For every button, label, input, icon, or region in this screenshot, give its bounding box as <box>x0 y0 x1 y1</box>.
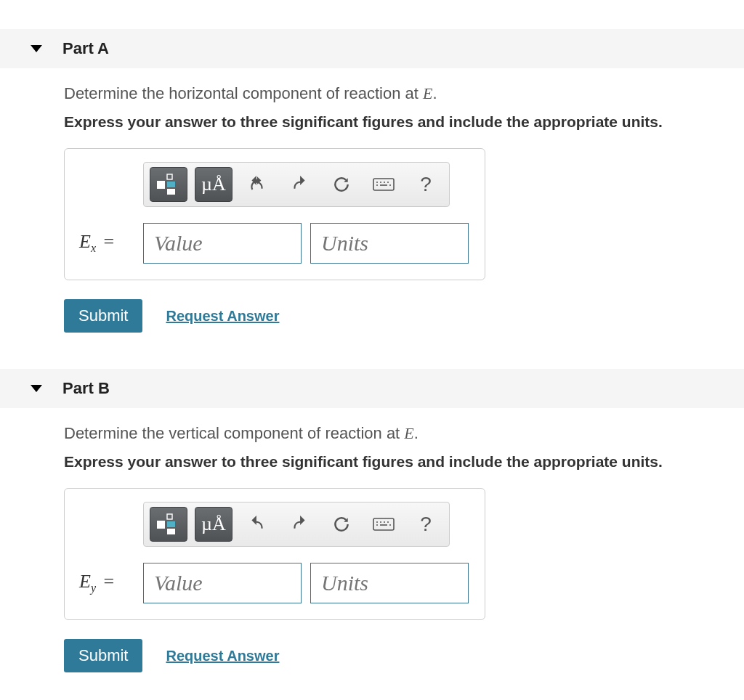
undo-icon[interactable] <box>240 167 275 202</box>
submit-button[interactable]: Submit <box>64 299 142 333</box>
units-icon[interactable]: µÅ <box>195 507 232 542</box>
caret-down-icon <box>31 45 42 52</box>
lhs-eq: = <box>104 231 115 252</box>
svg-rect-2 <box>167 182 175 187</box>
svg-rect-15 <box>167 529 175 534</box>
question-suffix: . <box>414 424 418 442</box>
help-icon[interactable]: ? <box>408 167 443 202</box>
question-variable: E <box>423 84 432 102</box>
part-a-answer-box: µÅ ? Ex = <box>64 148 485 280</box>
units-icon-label: µÅ <box>201 513 226 535</box>
part-b-input-row: Ey = <box>79 563 470 603</box>
svg-rect-4 <box>373 179 394 190</box>
keyboard-icon[interactable] <box>366 167 401 202</box>
request-answer-link[interactable]: Request Answer <box>166 308 279 325</box>
part-a-instruction: Express your answer to three significant… <box>64 113 729 131</box>
svg-rect-0 <box>157 181 165 189</box>
undo-icon[interactable] <box>240 507 275 542</box>
part-b-instruction: Express your answer to three significant… <box>64 453 729 471</box>
part-a-toolbar: µÅ ? <box>143 162 450 207</box>
part-a-title: Part A <box>62 39 109 58</box>
redo-icon[interactable] <box>282 167 317 202</box>
part-a-actions: Submit Request Answer <box>64 299 729 333</box>
part-a-lhs: Ex = <box>79 231 134 255</box>
part-a-body: Determine the horizontal component of re… <box>0 68 744 340</box>
units-icon[interactable]: µÅ <box>195 167 232 202</box>
keyboard-icon[interactable] <box>366 507 401 542</box>
request-answer-link[interactable]: Request Answer <box>166 648 279 664</box>
svg-rect-16 <box>373 518 394 530</box>
lhs-sub: y <box>91 582 96 595</box>
templates-icon[interactable] <box>150 507 187 542</box>
part-b-body: Determine the vertical component of reac… <box>0 408 744 680</box>
part-b-title: Part B <box>62 379 110 398</box>
reset-icon[interactable] <box>324 507 359 542</box>
svg-rect-14 <box>167 521 175 527</box>
part-a-question: Determine the horizontal component of re… <box>64 84 729 103</box>
units-icon-label: µÅ <box>201 174 226 195</box>
question-prefix: Determine the vertical component of reac… <box>64 424 404 442</box>
svg-rect-12 <box>157 521 165 529</box>
redo-icon[interactable] <box>282 507 317 542</box>
part-a-input-row: Ex = <box>79 223 470 264</box>
lhs-main: E <box>79 231 91 252</box>
units-input[interactable] <box>310 563 469 603</box>
lhs-sub: x <box>91 243 96 255</box>
part-a-header[interactable]: Part A <box>0 29 744 68</box>
question-prefix: Determine the horizontal component of re… <box>64 84 423 102</box>
help-icon[interactable]: ? <box>408 507 443 542</box>
lhs-eq: = <box>104 571 115 592</box>
part-b-answer-box: µÅ ? Ey = <box>64 488 485 620</box>
part-b-actions: Submit Request Answer <box>64 639 729 672</box>
part-b-toolbar: µÅ ? <box>143 502 450 547</box>
part-b-header[interactable]: Part B <box>0 369 744 408</box>
caret-down-icon <box>31 385 42 392</box>
svg-rect-13 <box>167 514 172 519</box>
svg-rect-3 <box>167 189 175 195</box>
reset-icon[interactable] <box>324 167 359 202</box>
part-b-question: Determine the vertical component of reac… <box>64 424 729 443</box>
question-suffix: . <box>433 84 437 102</box>
value-input[interactable] <box>143 223 302 264</box>
lhs-main: E <box>79 571 91 592</box>
units-input[interactable] <box>310 223 469 264</box>
submit-button[interactable]: Submit <box>64 639 142 672</box>
svg-rect-1 <box>167 174 172 179</box>
value-input[interactable] <box>143 563 302 603</box>
part-b-lhs: Ey = <box>79 571 134 595</box>
question-variable: E <box>404 424 413 442</box>
templates-icon[interactable] <box>150 167 187 202</box>
